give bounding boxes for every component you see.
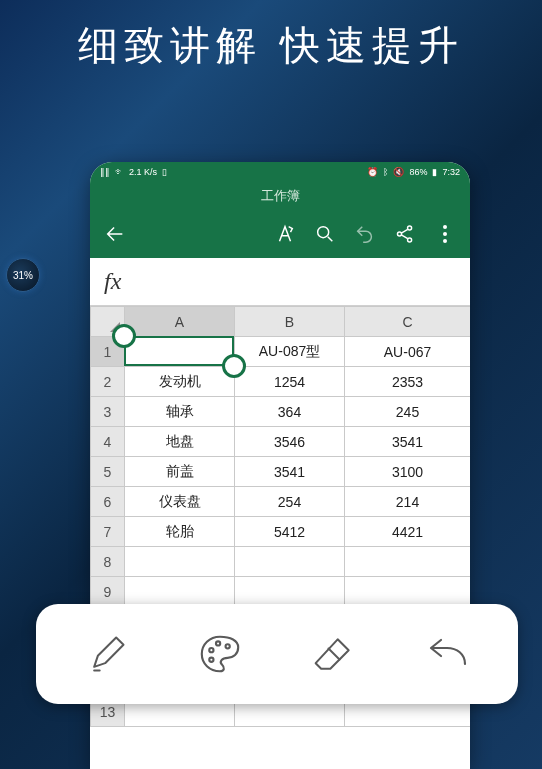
- kebab-icon: [443, 225, 447, 243]
- cell-B1[interactable]: AU-087型: [235, 337, 345, 367]
- cell-B3[interactable]: 364: [235, 397, 345, 427]
- undo-icon: [423, 634, 471, 674]
- cell-A7[interactable]: 轮胎: [125, 517, 235, 547]
- palette-icon: [197, 631, 243, 677]
- cell-B5[interactable]: 3541: [235, 457, 345, 487]
- more-button[interactable]: [430, 219, 460, 249]
- cell-C3[interactable]: 245: [345, 397, 471, 427]
- cell-A2[interactable]: 发动机: [125, 367, 235, 397]
- col-header-B[interactable]: B: [235, 307, 345, 337]
- cell[interactable]: [235, 577, 345, 607]
- font-style-button[interactable]: [270, 219, 300, 249]
- workbook-title: 工作簿: [90, 182, 470, 210]
- battery-icon: ▮: [432, 167, 437, 177]
- cell-C2[interactable]: 2353: [345, 367, 471, 397]
- cell-B6[interactable]: 254: [235, 487, 345, 517]
- formula-bar[interactable]: fx: [90, 258, 470, 306]
- table-row: 9: [91, 577, 471, 607]
- cell-C4[interactable]: 3541: [345, 427, 471, 457]
- row-header[interactable]: 5: [91, 457, 125, 487]
- cell-C7[interactable]: 4421: [345, 517, 471, 547]
- app-toolbar: [90, 210, 470, 258]
- mute-icon: 🔇: [393, 167, 404, 177]
- palette-tool-button[interactable]: [192, 626, 248, 682]
- undo-button[interactable]: [350, 219, 380, 249]
- row-header[interactable]: 2: [91, 367, 125, 397]
- col-header-A[interactable]: A: [125, 307, 235, 337]
- row-header[interactable]: 6: [91, 487, 125, 517]
- svg-point-7: [210, 658, 214, 662]
- eraser-icon: [312, 632, 356, 676]
- svg-point-2: [408, 226, 412, 230]
- alarm-icon: ⏰: [367, 167, 378, 177]
- cell-A3[interactable]: 轴承: [125, 397, 235, 427]
- table-row: 6 仪表盘 254 214: [91, 487, 471, 517]
- pen-icon: [85, 632, 129, 676]
- table-row: 5 前盖 3541 3100: [91, 457, 471, 487]
- floating-percent-badge[interactable]: 31%: [6, 258, 40, 292]
- pen-tool-button[interactable]: [79, 626, 135, 682]
- row-header[interactable]: 8: [91, 547, 125, 577]
- cell-A1[interactable]: [125, 337, 235, 367]
- cell-C6[interactable]: 214: [345, 487, 471, 517]
- select-all-corner[interactable]: [91, 307, 125, 337]
- col-header-C[interactable]: C: [345, 307, 471, 337]
- svg-point-1: [397, 232, 401, 236]
- cell[interactable]: [345, 577, 471, 607]
- cell-A5[interactable]: 前盖: [125, 457, 235, 487]
- cell[interactable]: [345, 547, 471, 577]
- eraser-tool-button[interactable]: [306, 626, 362, 682]
- battery-pct: 86%: [409, 167, 427, 177]
- bluetooth-icon: ᛒ: [383, 167, 388, 177]
- back-button[interactable]: [100, 219, 130, 249]
- cell-B2[interactable]: 1254: [235, 367, 345, 397]
- table-row: 7 轮胎 5412 4421: [91, 517, 471, 547]
- table-row: 3 轴承 364 245: [91, 397, 471, 427]
- status-bar: ‖‖ ᯤ 2.1 K/s ▯ ⏰ ᛒ 🔇 86% ▮ 7:32: [90, 162, 470, 182]
- cell-A4[interactable]: 地盘: [125, 427, 235, 457]
- row-header[interactable]: 7: [91, 517, 125, 547]
- cell[interactable]: [125, 547, 235, 577]
- search-button[interactable]: [310, 219, 340, 249]
- cell-B7[interactable]: 5412: [235, 517, 345, 547]
- table-row: 8: [91, 547, 471, 577]
- cell-C5[interactable]: 3100: [345, 457, 471, 487]
- row-header[interactable]: 3: [91, 397, 125, 427]
- annotation-toolbar: [36, 604, 518, 704]
- wifi-icon: ᯤ: [115, 167, 124, 177]
- svg-point-0: [318, 227, 329, 238]
- net-speed: 2.1 K/s: [129, 167, 157, 177]
- column-header-row: A B C: [91, 307, 471, 337]
- row-header[interactable]: 9: [91, 577, 125, 607]
- row-header[interactable]: 4: [91, 427, 125, 457]
- table-row: 2 发动机 1254 2353: [91, 367, 471, 397]
- cell-A6[interactable]: 仪表盘: [125, 487, 235, 517]
- signal-icon: ‖‖: [100, 167, 110, 177]
- clock-time: 7:32: [442, 167, 460, 177]
- cell-C1[interactable]: AU-067: [345, 337, 471, 367]
- table-row: 1 AU-087型 AU-067: [91, 337, 471, 367]
- cell-B4[interactable]: 3546: [235, 427, 345, 457]
- table-row: 4 地盘 3546 3541: [91, 427, 471, 457]
- undo-tool-button[interactable]: [419, 626, 475, 682]
- share-button[interactable]: [390, 219, 420, 249]
- svg-point-3: [408, 238, 412, 242]
- cell[interactable]: [235, 547, 345, 577]
- svg-point-4: [210, 648, 214, 652]
- svg-point-6: [226, 644, 230, 648]
- row-header[interactable]: 1: [91, 337, 125, 367]
- svg-point-5: [216, 641, 220, 645]
- cell[interactable]: [125, 577, 235, 607]
- page-heading: 细致讲解 快速提升: [0, 0, 542, 91]
- battery-icon-small: ▯: [162, 167, 167, 177]
